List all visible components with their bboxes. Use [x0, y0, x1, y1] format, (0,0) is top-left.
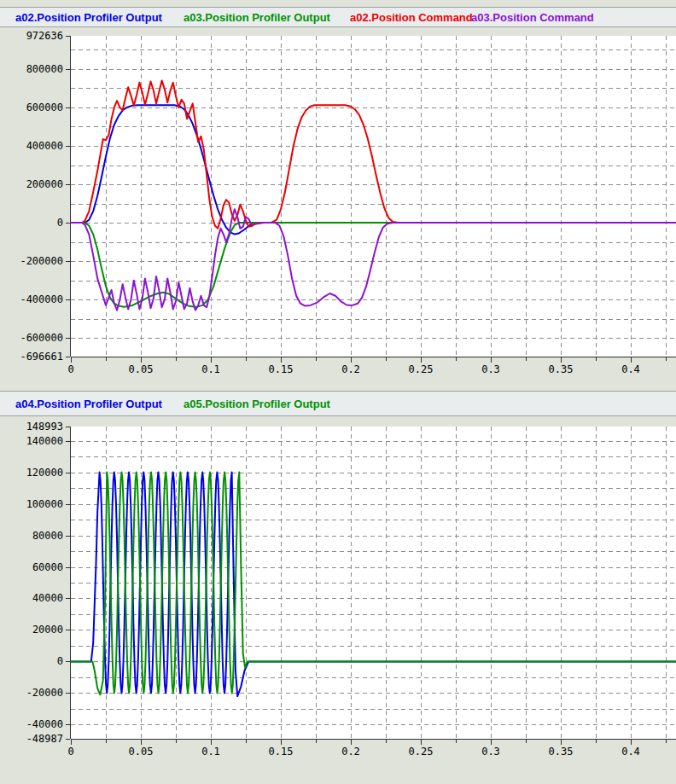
svg-text:120000: 120000 [26, 467, 63, 479]
svg-text:972636: 972636 [26, 30, 63, 42]
svg-text:0.2: 0.2 [341, 746, 360, 758]
legend-a04-position-profiler-output: a04.Position Profiler Output [15, 392, 162, 415]
svg-text:-696661: -696661 [20, 351, 63, 363]
svg-text:0.2: 0.2 [341, 363, 360, 375]
svg-text:0: 0 [67, 746, 73, 758]
legend-a03-position-command: a03.Position Command [471, 8, 594, 26]
svg-text:0: 0 [67, 363, 73, 375]
svg-text:0.4: 0.4 [621, 746, 640, 758]
svg-text:0.4: 0.4 [621, 363, 640, 375]
svg-text:400000: 400000 [26, 140, 63, 152]
legend-a02-position-command: a02.Position Command [350, 8, 473, 26]
svg-text:800000: 800000 [26, 63, 63, 75]
svg-text:60000: 60000 [32, 561, 63, 573]
svg-text:20000: 20000 [32, 624, 63, 636]
svg-text:-400000: -400000 [20, 293, 63, 305]
svg-text:0: 0 [57, 217, 63, 229]
bottom-chart-plot: 1489931400001200001000008000060000400002… [0, 416, 676, 784]
svg-text:-200000: -200000 [20, 255, 63, 267]
svg-text:0.15: 0.15 [269, 746, 294, 758]
svg-text:-20000: -20000 [26, 687, 63, 699]
svg-text:-48987: -48987 [26, 733, 63, 745]
legend-a03-position-profiler-output: a03.Position Profiler Output [184, 8, 330, 26]
svg-text:100000: 100000 [26, 498, 63, 510]
svg-text:0.25: 0.25 [409, 746, 434, 758]
svg-text:0.3: 0.3 [481, 746, 500, 758]
svg-text:0: 0 [57, 655, 63, 667]
svg-text:0.05: 0.05 [129, 746, 154, 758]
legend-a02-position-profiler-output: a02.Position Profiler Output [15, 8, 162, 26]
svg-text:200000: 200000 [26, 178, 63, 190]
top-chart-plot: 9726368000006000004000002000000-200000-4… [0, 26, 676, 391]
svg-text:-600000: -600000 [20, 332, 63, 344]
svg-text:0.1: 0.1 [201, 746, 220, 758]
svg-text:0.1: 0.1 [201, 363, 220, 375]
svg-text:0.05: 0.05 [129, 363, 154, 375]
svg-text:148993: 148993 [26, 421, 63, 433]
svg-text:600000: 600000 [26, 102, 63, 113]
svg-text:0.35: 0.35 [549, 746, 574, 758]
svg-text:80000: 80000 [32, 530, 63, 542]
legend-a05-position-profiler-output: a05.Position Profiler Output [184, 392, 330, 415]
svg-text:0.35: 0.35 [549, 363, 574, 375]
svg-text:0.25: 0.25 [409, 363, 434, 375]
svg-text:0.15: 0.15 [269, 363, 294, 375]
scope-window: { "window": { "bg": "#dfe3d9", "legend_b… [0, 0, 676, 784]
svg-text:40000: 40000 [32, 592, 63, 604]
top-legend-bar: a02.Position Profiler Output a03.Positio… [0, 7, 676, 27]
bottom-legend-bar: a04.Position Profiler Output a05.Positio… [0, 391, 676, 416]
svg-text:-40000: -40000 [26, 718, 63, 730]
svg-text:140000: 140000 [26, 435, 63, 447]
svg-text:0.3: 0.3 [481, 363, 500, 375]
